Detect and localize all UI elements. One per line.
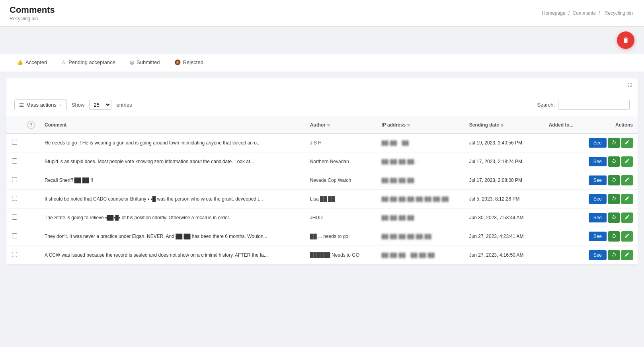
restore-button-5[interactable] <box>608 231 620 242</box>
table-body: He needs to go !! He is wearing a gun an… <box>6 133 638 265</box>
author-cell: Nevada Cop Watch <box>305 171 377 190</box>
svg-rect-0 <box>20 103 20 103</box>
comment-cell: Recall Sheriff ██ ██ !! <box>40 171 305 190</box>
author-cell: JHUD <box>305 209 377 227</box>
entries-select[interactable]: 25 10 50 100 <box>89 100 111 110</box>
edit-button-0[interactable] <box>621 138 633 148</box>
added-to-cell <box>544 246 584 265</box>
breadcrumb-current: Recycling bin <box>605 10 633 16</box>
help-icon[interactable]: ? <box>27 121 35 129</box>
author-cell: Northern Nevadan <box>305 152 377 171</box>
delete-fab-button[interactable] <box>617 31 634 49</box>
table-row: They don't. It was never a practice unde… <box>6 227 638 246</box>
row-checkbox-4[interactable] <box>12 214 17 220</box>
toolbar-right: Search: <box>537 100 630 110</box>
row-checkbox-6[interactable] <box>12 252 17 257</box>
ip-cell: ██·██·██·██·██·██ <box>377 227 464 246</box>
col-header-ip[interactable]: IP address <box>377 117 464 133</box>
ip-cell: ██·██·██·██·██·██·██·██ <box>377 190 464 209</box>
ip-cell: ██·██·██·██ <box>377 209 464 227</box>
breadcrumb-comments[interactable]: Comments <box>573 10 596 16</box>
row-checkbox-3[interactable] <box>12 196 17 201</box>
expand-button[interactable] <box>626 82 633 90</box>
toolbar-left: Mass actions Show 25 10 50 100 entries <box>14 99 132 110</box>
svg-rect-5 <box>20 106 23 106</box>
see-button-5[interactable]: See <box>589 232 607 241</box>
mass-actions-button[interactable]: Mass actions <box>14 99 67 110</box>
comment-cell: A CCW was issued because the record is s… <box>40 246 305 265</box>
edit-button-5[interactable] <box>621 231 633 242</box>
col-header-check <box>6 117 22 133</box>
ip-cell: ██·██·██·██ <box>377 171 464 190</box>
tab-accepted-label: Accepted <box>25 59 47 65</box>
date-cell: Jul 19, 2023, 3:40:56 PM <box>464 133 544 152</box>
svg-rect-3 <box>20 105 23 105</box>
col-header-date[interactable]: Sending date <box>464 117 544 133</box>
restore-button-3[interactable] <box>608 194 620 204</box>
col-header-addedto: Added to... <box>544 117 584 133</box>
added-to-cell <box>544 190 584 209</box>
date-cell: Jul 17, 2023, 2:18:24 PM <box>464 152 544 171</box>
table-header: ? Comment Author IP address Sending date… <box>6 117 638 133</box>
author-cell: ██ ... needs to go! <box>305 227 377 246</box>
search-input[interactable] <box>558 100 630 110</box>
actions-cell: See <box>584 209 638 227</box>
see-button-1[interactable]: See <box>589 157 607 166</box>
row-checkbox-2[interactable] <box>12 177 17 182</box>
author-cell: Lisa ██ ██ <box>305 190 377 209</box>
row-checkbox-0[interactable] <box>12 140 17 145</box>
tab-rejected[interactable]: 🔕 Rejected <box>167 54 211 72</box>
comment-cell: Stupid is as stupid does. Most people vo… <box>40 152 305 171</box>
restore-button-2[interactable] <box>608 175 620 185</box>
restore-button-6[interactable] <box>608 250 620 260</box>
edit-button-4[interactable] <box>621 212 633 223</box>
edit-button-2[interactable] <box>621 175 633 185</box>
see-button-3[interactable]: See <box>589 194 607 204</box>
row-checkbox-5[interactable] <box>12 233 17 238</box>
edit-button-3[interactable] <box>621 194 633 204</box>
col-header-actions: Actions <box>584 117 638 133</box>
tab-pending[interactable]: ☆ Pending acceptance <box>54 54 123 72</box>
breadcrumb-home[interactable]: Homepage <box>542 10 566 16</box>
restore-button-0[interactable] <box>608 138 620 148</box>
author-cell: J S H <box>305 133 377 152</box>
table-row: A CCW was issued because the record is s… <box>6 246 638 265</box>
show-label: Show <box>72 102 85 108</box>
tab-accepted[interactable]: 👍 Accepted <box>10 54 54 72</box>
ip-cell: ██·██ · ██ <box>377 133 464 152</box>
see-button-4[interactable]: See <box>589 213 607 222</box>
comment-cell: The State is going to relieve ▪██▪█▪ of … <box>40 209 305 227</box>
col-header-author[interactable]: Author <box>305 117 377 133</box>
restore-button-4[interactable] <box>608 212 620 223</box>
added-to-cell <box>544 171 584 190</box>
breadcrumb: Homepage / Comments / Recycling bin <box>542 10 634 16</box>
see-button-2[interactable]: See <box>589 175 607 185</box>
svg-rect-4 <box>20 106 20 106</box>
restore-button-1[interactable] <box>608 156 620 167</box>
added-to-cell <box>544 133 584 152</box>
see-button-0[interactable]: See <box>589 138 607 148</box>
tab-rejected-label: Rejected <box>183 59 203 65</box>
edit-button-1[interactable] <box>621 156 633 167</box>
added-to-cell <box>544 227 584 246</box>
rejected-icon: 🔕 <box>174 59 181 65</box>
search-label: Search: <box>537 102 555 108</box>
edit-button-6[interactable] <box>621 250 633 260</box>
actions-cell: See <box>584 246 638 265</box>
ip-cell: ██·██·██ · ██·██·██ <box>377 246 464 265</box>
pending-icon: ☆ <box>61 59 66 65</box>
svg-rect-2 <box>20 105 20 105</box>
col-header-help: ? <box>22 117 40 133</box>
row-checkbox-1[interactable] <box>12 158 17 164</box>
added-to-cell <box>544 152 584 171</box>
table-row: It should be noted that CADC counselor B… <box>6 190 638 209</box>
tab-pending-label: Pending acceptance <box>68 59 115 65</box>
tab-submitted[interactable]: ◎ Submitted <box>123 54 167 72</box>
see-button-6[interactable]: See <box>589 250 607 260</box>
col-header-comment: Comment <box>40 117 305 133</box>
date-cell: Jun 27, 2023, 4:16:50 AM <box>464 246 544 265</box>
actions-cell: See <box>584 171 638 190</box>
submitted-icon: ◎ <box>130 59 134 65</box>
added-to-cell <box>544 209 584 227</box>
actions-cell: See <box>584 133 638 152</box>
